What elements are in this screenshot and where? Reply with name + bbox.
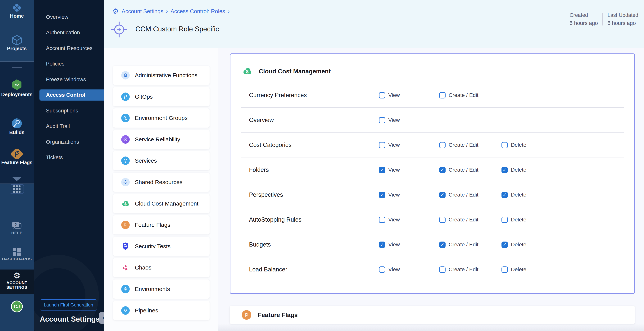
launch-first-generation-button[interactable]: Launch First Generation	[40, 300, 97, 310]
view-checkbox[interactable]	[379, 117, 385, 123]
cloud-cost-icon: $	[242, 66, 252, 76]
delete-checkbox[interactable]	[502, 217, 508, 223]
delete-checkbox[interactable]	[502, 266, 508, 273]
bottom-scroll-fade	[218, 324, 644, 331]
permission-row-budgets: Budgets View Create / Edit Delete	[230, 232, 634, 257]
service-reliability-icon	[121, 135, 130, 144]
view-checkbox[interactable]	[379, 192, 385, 198]
rail-item-projects[interactable]: Projects	[0, 34, 34, 52]
projects-icon	[0, 34, 34, 46]
sidebar-item-organizations[interactable]: Organizations	[34, 136, 104, 148]
create-edit-checkbox[interactable]	[439, 242, 446, 248]
role-meta: Created 5 hours ago Last Updated 5 hours…	[565, 12, 643, 26]
category-service-reliability[interactable]: Service Reliability	[113, 130, 210, 149]
category-cloud-cost-management[interactable]: $ Cloud Cost Management	[113, 194, 210, 213]
category-security-tests[interactable]: Security Tests	[113, 237, 210, 256]
create-edit-checkbox[interactable]	[439, 217, 446, 223]
gear-icon: ⚙	[13, 271, 20, 280]
rail-item-feature-flags[interactable]: Feature Flags	[0, 149, 34, 165]
category-environments[interactable]: Environments	[113, 280, 210, 299]
cloud-cost-management-panel: $ Cloud Cost Management Currency Prefere…	[230, 54, 635, 294]
module-picker-button[interactable]	[10, 184, 24, 194]
page-title: CCM Custom Role Specific	[136, 25, 219, 33]
view-checkbox[interactable]	[379, 142, 385, 148]
permission-row-folders: Folders View Create / Edit Delete	[230, 158, 634, 182]
chevron-down-icon[interactable]	[12, 177, 22, 181]
permission-row-currency-preferences: Currency Preferences View Create / Edit …	[230, 83, 634, 108]
created-value: 5 hours ago	[570, 20, 598, 26]
create-edit-checkbox[interactable]	[439, 92, 446, 98]
rail-item-home[interactable]: Home	[0, 2, 34, 19]
view-checkbox[interactable]	[379, 167, 385, 173]
updated-value: 5 hours ago	[608, 20, 638, 26]
settings-sidebar: Overview Authentication Account Resource…	[34, 0, 104, 331]
category-administrative-functions[interactable]: ⚙ Administrative Functions	[113, 66, 210, 85]
user-avatar[interactable]: CJ	[11, 300, 23, 312]
delete-checkbox[interactable]	[502, 142, 508, 148]
chaos-icon	[121, 264, 130, 272]
breadcrumb: ⚙ Account Settings › Access Control: Rol…	[112, 8, 230, 15]
category-shared-resources[interactable]: Shared Resources	[113, 172, 210, 192]
dashboards-icon	[0, 248, 34, 257]
category-pipelines[interactable]: Pipelines	[113, 301, 210, 320]
rail-item-help[interactable]: ? HELP	[0, 222, 34, 235]
grid-icon	[13, 186, 20, 193]
module-rail: Home Projects ∞ Deployments Builds	[0, 0, 34, 331]
view-checkbox[interactable]	[379, 266, 385, 273]
permissions-main: $ Cloud Cost Management Currency Prefere…	[218, 48, 644, 331]
sidebar-title: Account Settings	[40, 315, 100, 323]
view-checkbox[interactable]	[379, 242, 385, 248]
permission-row-cost-categories: Cost Categories View Create / Edit Delet…	[230, 132, 634, 158]
feature-flags-icon	[0, 149, 34, 159]
rail-divider-dash	[12, 67, 22, 68]
admin-gear-icon: ⚙	[121, 71, 130, 80]
sidebar-item-subscriptions[interactable]: Subscriptions	[34, 105, 104, 116]
breadcrumb-access-control-roles[interactable]: Access Control: Roles	[170, 8, 225, 14]
rail-avatar-section	[0, 294, 34, 331]
sidebar-item-policies[interactable]: Policies	[34, 58, 104, 69]
feature-flags-panel: Feature Flags	[230, 306, 635, 324]
environment-groups-icon	[121, 114, 130, 122]
category-gitops[interactable]: GitOps	[113, 87, 210, 106]
sidebar-item-overview[interactable]: Overview	[34, 12, 104, 22]
permission-row-perspectives: Perspectives View Create / Edit Delete	[230, 182, 634, 207]
category-feature-flags[interactable]: Feature Flags	[113, 215, 210, 234]
delete-checkbox[interactable]	[502, 192, 508, 198]
create-edit-checkbox[interactable]	[439, 192, 446, 198]
create-edit-checkbox[interactable]	[439, 266, 446, 273]
category-environment-groups[interactable]: Environment Groups	[113, 108, 210, 128]
category-chaos[interactable]: Chaos	[113, 258, 210, 277]
sidebar-item-audit-trail[interactable]: Audit Trail	[34, 121, 104, 132]
delete-checkbox[interactable]	[502, 242, 508, 248]
deployments-icon: ∞	[0, 79, 34, 90]
create-edit-checkbox[interactable]	[439, 167, 446, 173]
view-checkbox[interactable]	[379, 217, 385, 223]
sidebar-item-account-resources[interactable]: Account Resources	[34, 43, 104, 54]
feature-flags-panel-title: Feature Flags	[258, 312, 298, 318]
resource-category-list: ⚙ Administrative Functions GitOps Enviro…	[104, 48, 218, 331]
sidebar-item-freeze-windows[interactable]: Freeze Windows	[34, 74, 104, 85]
app-root: Home Projects ∞ Deployments Builds	[0, 0, 644, 331]
rail-item-builds[interactable]: Builds	[0, 118, 34, 136]
panel-header: $ Cloud Cost Management	[242, 66, 330, 76]
rail-item-dashboards[interactable]: DASHBOARDS	[0, 248, 34, 261]
breadcrumb-separator: ›	[166, 8, 168, 14]
rail-item-deployments[interactable]: ∞ Deployments	[0, 79, 34, 98]
create-edit-checkbox[interactable]	[439, 142, 446, 148]
view-checkbox[interactable]	[379, 92, 385, 98]
breadcrumb-separator: ›	[228, 8, 230, 14]
sidebar-item-authentication[interactable]: Authentication	[34, 27, 104, 38]
services-icon	[121, 156, 130, 165]
category-services[interactable]: Services	[113, 151, 210, 170]
collapse-left-icon	[102, 315, 104, 321]
svg-text:$: $	[124, 202, 126, 206]
delete-checkbox[interactable]	[502, 167, 508, 173]
builds-icon	[0, 118, 34, 129]
rail-item-account-settings[interactable]: ⚙ ACCOUNT SETTINGS	[0, 272, 34, 290]
role-target-icon	[111, 21, 128, 38]
sidebar-collapse-button[interactable]	[99, 312, 104, 324]
sidebar-item-tickets[interactable]: Tickets	[34, 152, 104, 163]
created-block: Created 5 hours ago	[565, 12, 602, 26]
breadcrumb-account-settings[interactable]: Account Settings	[122, 8, 164, 14]
sidebar-item-access-control[interactable]: Access Control	[40, 90, 104, 100]
